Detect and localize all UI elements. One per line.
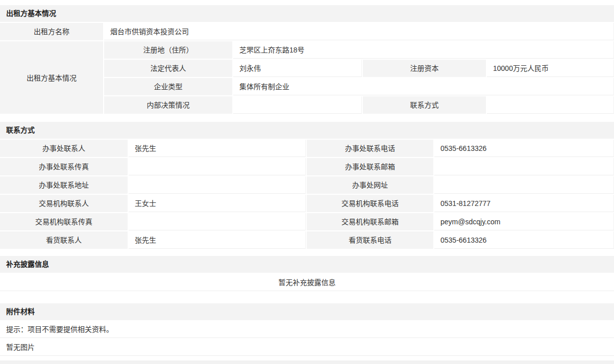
field-label: 交易机构联系电话 bbox=[307, 195, 433, 212]
field-label: 办事处联系传真 bbox=[0, 158, 128, 175]
field-value: peym@sdcqjy.com bbox=[434, 213, 614, 230]
field-value bbox=[434, 176, 614, 194]
field-label-lessor-name: 出租方名称 bbox=[0, 23, 103, 40]
field-label: 交易机构联系邮箱 bbox=[307, 213, 433, 230]
contact-row: 办事处联系人 张先生 办事处联系电话 0535-6613326 bbox=[0, 140, 614, 157]
lessor-basic-rows: 注册地（住所） 芝罘区上夼东路18号 法定代表人 刘永伟 注册资本 10000万… bbox=[104, 41, 614, 114]
field-value bbox=[434, 158, 614, 175]
field-value-enterprise-type: 集体所有制企业 bbox=[233, 78, 614, 95]
group-label-lessor-basic: 出租方基本情况 bbox=[0, 41, 103, 114]
field-value-registered-address: 芝罘区上夼东路18号 bbox=[233, 41, 614, 59]
field-value-lessor-name: 烟台市供销资本投资公司 bbox=[104, 23, 614, 40]
field-value bbox=[129, 176, 306, 194]
field-label-internal-decision: 内部决策情况 bbox=[104, 96, 232, 114]
field-value: 0531-81272777 bbox=[434, 195, 614, 212]
attachment-tip: 提示：项目不需要提供相关资料。 bbox=[0, 321, 614, 338]
field-value-contact-method bbox=[487, 96, 614, 114]
field-value bbox=[129, 158, 306, 175]
legal-rep-row: 法定代表人 刘永伟 注册资本 10000万元人民币 bbox=[104, 60, 614, 77]
enterprise-type-row: 企业类型 集体所有制企业 bbox=[104, 78, 614, 95]
field-value-internal-decision bbox=[233, 96, 362, 114]
page: 出租方基本情况 出租方名称 烟台市供销资本投资公司 出租方基本情况 注册地（住所… bbox=[0, 0, 614, 364]
registered-address-row: 注册地（住所） 芝罘区上夼东路18号 bbox=[104, 41, 614, 59]
contact-row: 看货联系人 张先生 看货联系电话 0535-6613326 bbox=[0, 231, 614, 249]
field-value bbox=[129, 213, 306, 230]
contact-row: 办事处联系传真 办事处联系邮箱 bbox=[0, 158, 614, 175]
field-value: 0535-6613326 bbox=[434, 140, 614, 157]
field-value: 王女士 bbox=[129, 195, 306, 212]
page-bottom-bar bbox=[0, 360, 614, 364]
field-label: 办事处联系人 bbox=[0, 140, 128, 157]
field-label: 交易机构联系人 bbox=[0, 195, 128, 212]
field-label: 交易机构联系传真 bbox=[0, 213, 128, 230]
section-header-lessor-basic: 出租方基本情况 bbox=[0, 5, 614, 22]
section-header-attachments: 附件材料 bbox=[0, 303, 614, 320]
field-label-enterprise-type: 企业类型 bbox=[104, 78, 232, 95]
field-value: 0535-6613326 bbox=[434, 231, 614, 249]
field-label: 看货联系人 bbox=[0, 231, 128, 249]
field-label: 办事处联系邮箱 bbox=[307, 158, 433, 175]
field-value: 张先生 bbox=[129, 140, 306, 157]
field-label-contact-method: 联系方式 bbox=[363, 96, 486, 114]
section-header-contact: 联系方式 bbox=[0, 122, 614, 139]
contact-row: 交易机构联系人 王女士 交易机构联系电话 0531-81272777 bbox=[0, 195, 614, 212]
supplement-empty-message: 暂无补充披露信息 bbox=[0, 274, 614, 291]
field-label-registered-address: 注册地（住所） bbox=[104, 41, 232, 59]
lessor-basic-group: 出租方基本情况 注册地（住所） 芝罘区上夼东路18号 法定代表人 刘永伟 注册资… bbox=[0, 41, 614, 114]
field-label: 办事处网址 bbox=[307, 176, 433, 194]
field-label: 看货联系电话 bbox=[307, 231, 433, 249]
contact-row: 办事处联系地址 办事处网址 bbox=[0, 176, 614, 194]
contact-row: 交易机构联系传真 交易机构联系邮箱 peym@sdcqjy.com bbox=[0, 213, 614, 230]
section-header-supplement: 补充披露信息 bbox=[0, 256, 614, 273]
internal-decision-row: 内部决策情况 联系方式 bbox=[104, 96, 614, 114]
field-label-registered-capital: 注册资本 bbox=[363, 60, 486, 77]
field-value: 张先生 bbox=[129, 231, 306, 249]
field-label: 办事处联系地址 bbox=[0, 176, 128, 194]
attachment-empty-message: 暂无图片 bbox=[0, 339, 614, 356]
field-value-legal-rep: 刘永伟 bbox=[233, 60, 362, 77]
field-label-legal-rep: 法定代表人 bbox=[104, 60, 232, 77]
field-label: 办事处联系电话 bbox=[307, 140, 433, 157]
lessor-name-row: 出租方名称 烟台市供销资本投资公司 bbox=[0, 23, 614, 40]
field-value-registered-capital: 10000万元人民币 bbox=[487, 60, 614, 77]
